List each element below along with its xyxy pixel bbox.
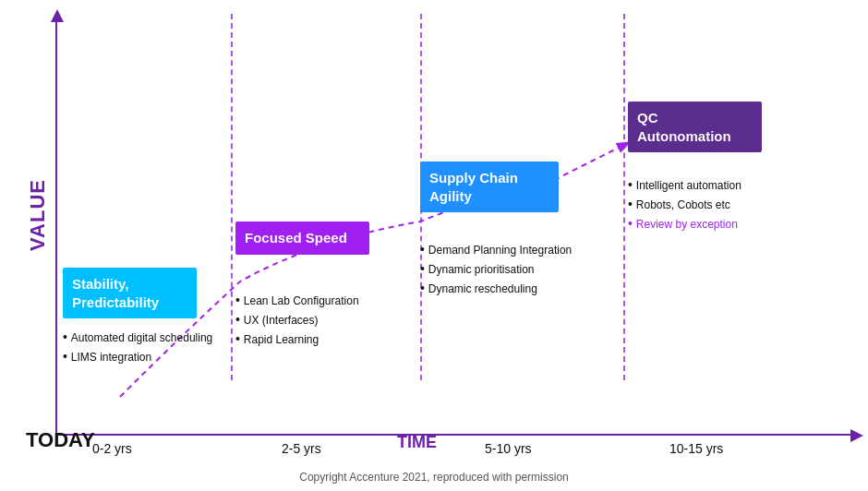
bullet-stability-2: LIMS integration [63,347,220,366]
bullet-supply-2: Dynamic prioritisation [420,259,586,279]
y-axis-arrow [51,9,64,22]
time-tick-1: 0-2 yrs [92,441,132,456]
phase-focused-title: Focused Speed [245,230,347,246]
copyright-text: Copyright Accenture 2021, reproduced wit… [299,471,569,484]
today-label: TODAY [26,428,95,452]
time-tick-4: 10-15 yrs [669,441,723,456]
bullet-qc-3: Review by exception [628,214,794,234]
time-tick-2: 2-5 yrs [282,441,321,456]
phase-stability-title: Stability,Predictability [72,276,159,310]
y-axis [55,14,57,436]
bullet-supply-3: Dynamic rescheduling [420,279,586,298]
value-label: VALUE [26,179,50,251]
bullets-focused: Lean Lab Configuration UX (Interfaces) R… [235,291,392,349]
bullet-focused-2: UX (Interfaces) [235,310,392,329]
x-axis-arrow [850,429,863,442]
dashed-line-1 [231,14,233,380]
x-axis [55,434,859,436]
bullets-stability: Automated digital scheduling LIMS integr… [63,328,220,366]
time-label: TIME [397,433,437,452]
phase-qc-box: QCAutonomation [628,102,762,152]
bullet-qc-2: Robots, Cobots etc [628,195,794,214]
dashed-line-3 [623,14,625,380]
time-tick-3: 5-10 yrs [485,441,532,456]
phase-supply-title: Supply ChainAgility [429,170,518,204]
phase-qc-title: QCAutonomation [637,110,731,144]
bullets-supply: Demand Planning Integration Dynamic prio… [420,240,586,298]
bullet-focused-3: Rapid Learning [235,329,392,349]
bullet-stability-1: Automated digital scheduling [63,328,220,347]
bullet-qc-1: Intelligent automation [628,175,794,195]
phase-stability-box: Stability,Predictability [63,268,197,318]
phase-supply-box: Supply ChainAgility [420,162,559,212]
phase-focused-box: Focused Speed [235,222,369,255]
bullet-focused-1: Lean Lab Configuration [235,291,392,310]
bullets-qc: Intelligent automation Robots, Cobots et… [628,175,794,234]
bullet-supply-1: Demand Planning Integration [420,240,586,259]
